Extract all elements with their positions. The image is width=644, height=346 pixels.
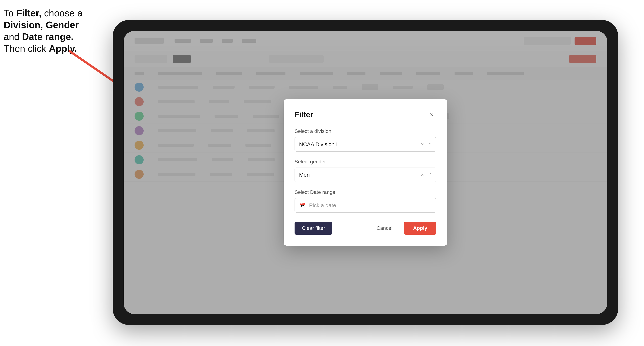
tablet-screen: Filter × Select a division NCAA Division… bbox=[124, 31, 607, 314]
gender-select-controls: × ⌃ bbox=[419, 172, 432, 178]
date-form-group: Select Date range 📅 Pick a date bbox=[294, 189, 436, 213]
modal-header: Filter × bbox=[294, 110, 436, 119]
division-label: Select a division bbox=[294, 128, 436, 134]
gender-clear-icon[interactable]: × bbox=[419, 172, 426, 178]
modal-close-button[interactable]: × bbox=[427, 110, 436, 119]
division-form-group: Select a division NCAA Division I × ⌃ bbox=[294, 128, 436, 152]
division-clear-icon[interactable]: × bbox=[419, 141, 426, 148]
gender-select[interactable]: Men × ⌃ bbox=[294, 168, 436, 182]
clear-filter-button[interactable]: Clear filter bbox=[294, 222, 332, 235]
modal-overlay: Filter × Select a division NCAA Division… bbox=[124, 31, 607, 314]
division-select[interactable]: NCAA Division I × ⌃ bbox=[294, 137, 436, 152]
modal-title: Filter bbox=[294, 110, 313, 119]
gender-value: Men bbox=[299, 172, 310, 178]
date-placeholder: Pick a date bbox=[309, 202, 336, 208]
instruction-line1: To Filter, choose a bbox=[4, 8, 82, 18]
date-input[interactable]: 📅 Pick a date bbox=[294, 198, 436, 213]
gender-label: Select gender bbox=[294, 159, 436, 165]
cancel-button[interactable]: Cancel bbox=[369, 222, 400, 235]
gender-form-group: Select gender Men × ⌃ bbox=[294, 159, 436, 182]
instruction-line4: Then click Apply. bbox=[4, 43, 77, 54]
tablet-frame: Filter × Select a division NCAA Division… bbox=[113, 20, 618, 325]
calendar-icon: 📅 bbox=[299, 202, 306, 208]
instruction-text: To Filter, choose a Division, Gender and… bbox=[4, 7, 109, 54]
modal-footer: Clear filter Cancel Apply bbox=[294, 222, 436, 235]
filter-modal: Filter × Select a division NCAA Division… bbox=[284, 99, 447, 246]
date-label: Select Date range bbox=[294, 189, 436, 195]
division-value: NCAA Division I bbox=[299, 141, 338, 147]
division-select-controls: × ⌃ bbox=[419, 141, 432, 148]
apply-button[interactable]: Apply bbox=[404, 222, 436, 235]
instruction-bold2: Division, Gender bbox=[4, 20, 79, 30]
division-chevron-icon: ⌃ bbox=[428, 142, 432, 147]
modal-footer-right: Cancel Apply bbox=[369, 222, 436, 235]
gender-chevron-icon: ⌃ bbox=[428, 173, 432, 177]
instruction-line3: and Date range. bbox=[4, 31, 74, 42]
